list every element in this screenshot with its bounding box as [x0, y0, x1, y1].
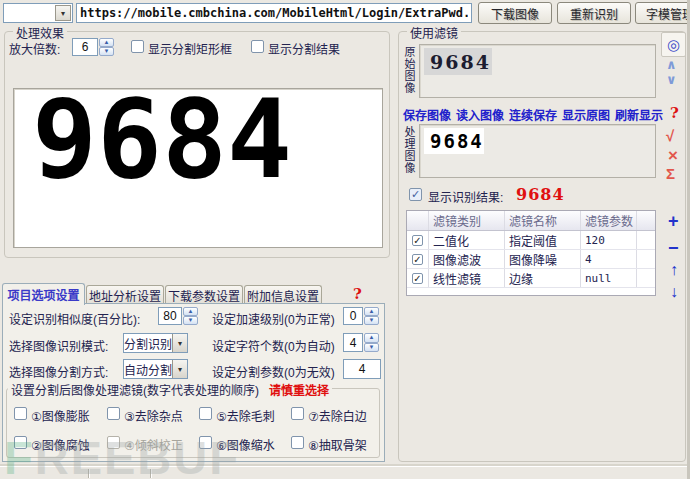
chevron-down-icon[interactable]: ▾: [172, 360, 187, 378]
processed-image-box: 9684: [419, 124, 656, 178]
show-original-link[interactable]: 显示原图: [562, 106, 610, 123]
split-param-input[interactable]: 4: [343, 359, 381, 379]
row-enabled-checkbox[interactable]: ✓: [412, 254, 423, 265]
spin-down-icon[interactable]: ▼: [364, 343, 379, 353]
magnification-label: 放大倍数:: [9, 40, 60, 57]
use-filter-group-title: 使用滤镜: [407, 24, 461, 41]
tab-address-analysis[interactable]: 地址分析设置: [86, 285, 164, 304]
remove-noise-checkbox[interactable]: [107, 407, 120, 420]
recognition-mode-value: 分割识别: [124, 334, 172, 352]
filter-table-row[interactable]: ✓ 线性滤镜 边缘 null: [407, 269, 655, 288]
status-bar: [0, 466, 690, 479]
captcha-preview-box: 9684: [13, 88, 383, 248]
split-param-label: 设定分割参数(0为无效): [212, 363, 335, 380]
show-split-result-checkbox[interactable]: [251, 40, 264, 53]
erode-checkbox[interactable]: [14, 436, 27, 449]
dilate-checkbox[interactable]: [14, 407, 27, 420]
filter-table: 滤镜类别 滤镜名称 滤镜参数 ✓ 二值化 指定阈值 120 ✓ 图像滤波 图像降…: [406, 210, 656, 296]
similarity-stepper[interactable]: ▲ ▼: [183, 307, 198, 325]
accel-label: 设定加速级别(0为正常): [212, 310, 335, 327]
tab-download-params[interactable]: 下载参数设置: [165, 285, 243, 304]
move-up-icon[interactable]: ↑: [670, 261, 678, 279]
spin-down-icon[interactable]: ▼: [183, 316, 198, 325]
cross-icon[interactable]: ×: [668, 146, 678, 166]
tilt-correct-checkbox: [107, 436, 120, 449]
col-filter-param[interactable]: 滤镜参数: [581, 211, 637, 230]
row-enabled-checkbox[interactable]: ✓: [412, 235, 423, 246]
spin-up-icon[interactable]: ▲: [99, 38, 114, 47]
filter-links-row: 保存图像 读入图像 连续保存 显示原图 刷新显示: [403, 106, 663, 123]
cell-param: null: [581, 269, 637, 287]
filter-table-row[interactable]: ✓ 二值化 指定阈值 120: [407, 231, 655, 250]
show-split-rect-label: 显示分割矩形框: [148, 40, 232, 57]
history-combobox[interactable]: ▾: [3, 3, 73, 23]
tab-extra-info[interactable]: 附加信息设置: [244, 285, 322, 304]
checkmark-icon: ✓: [413, 235, 421, 246]
spin-up-icon[interactable]: ▲: [183, 307, 198, 316]
col-filter-category[interactable]: 滤镜类别: [429, 211, 505, 230]
shrink-label: ⑥图像缩水: [216, 436, 275, 453]
target-icon[interactable]: ◎: [661, 32, 686, 57]
accel-stepper[interactable]: ▲ ▼: [364, 307, 379, 325]
remove-white-edge-checkbox[interactable]: [291, 407, 304, 420]
chevron-down-icon[interactable]: ▾: [55, 5, 71, 21]
load-image-link[interactable]: 读入图像: [456, 106, 504, 123]
spin-down-icon[interactable]: ▼: [364, 316, 379, 325]
char-count-input[interactable]: 4: [343, 333, 363, 352]
filter-table-header: 滤镜类别 滤镜名称 滤镜参数: [407, 211, 655, 231]
filter-table-row[interactable]: ✓ 图像滤波 图像降噪 4: [407, 250, 655, 269]
processing-effect-group-title: 处理效果: [13, 24, 67, 41]
move-down-icon[interactable]: ↓: [670, 283, 678, 301]
split-mode-value: 自动分割: [124, 360, 172, 378]
similarity-label: 设定识别相似度(百分比):: [9, 310, 140, 327]
save-image-link[interactable]: 保存图像: [403, 106, 451, 123]
help-icon[interactable]: ?: [670, 104, 679, 122]
cell-name: 指定阈值: [505, 231, 581, 249]
chevron-up-icon[interactable]: ∧: [666, 57, 677, 72]
chevron-down-icon[interactable]: ∨: [666, 72, 677, 87]
char-count-label: 设定字符个数(0为自动): [212, 337, 335, 354]
tab-project-options[interactable]: 项目选项设置: [2, 283, 85, 305]
processed-captcha-image: 9684: [424, 128, 484, 154]
similarity-input[interactable]: 80: [158, 307, 182, 325]
accel-input[interactable]: 0: [343, 307, 363, 325]
magnification-input[interactable]: 6: [72, 38, 98, 56]
original-image-box: 9684: [419, 44, 656, 98]
help-icon[interactable]: ?: [353, 285, 362, 303]
char-count-stepper[interactable]: ▲ ▼: [364, 333, 379, 352]
split-mode-select[interactable]: 自动分割 ▾: [123, 359, 188, 379]
skeleton-checkbox[interactable]: [291, 436, 304, 449]
recognition-mode-label: 选择图像识别模式:: [9, 337, 108, 354]
sigma-icon[interactable]: Σ: [666, 165, 675, 182]
recognition-mode-select[interactable]: 分割识别 ▾: [123, 333, 188, 353]
remove-filter-icon[interactable]: −: [668, 238, 679, 259]
spin-down-icon[interactable]: ▼: [99, 47, 114, 56]
recognition-result-value: 9684: [516, 185, 565, 204]
continuous-save-link[interactable]: 连续保存: [509, 106, 557, 123]
font-template-manage-button[interactable]: 字模管理: [635, 2, 690, 24]
refresh-display-link[interactable]: 刷新显示: [615, 106, 663, 123]
remove-burr-checkbox[interactable]: [199, 407, 212, 420]
skeleton-label: ⑧抽取骨架: [308, 436, 367, 453]
shrink-checkbox[interactable]: [199, 436, 212, 449]
checkmark-icon: ✓: [413, 254, 421, 265]
cell-category: 图像滤波: [429, 250, 505, 268]
split-mode-label: 选择图像分割方式:: [9, 363, 108, 380]
url-input[interactable]: [76, 3, 472, 23]
magnification-stepper[interactable]: ▲ ▼: [99, 38, 114, 56]
row-enabled-checkbox[interactable]: ✓: [412, 273, 423, 284]
chevron-down-icon[interactable]: ▾: [172, 334, 187, 352]
show-result-checkbox[interactable]: ✓: [409, 188, 422, 201]
rerecognize-button[interactable]: 重新识别: [557, 2, 631, 24]
tilt-correct-label: ④倾斜校正: [124, 436, 183, 453]
spin-up-icon[interactable]: ▲: [364, 307, 379, 316]
spin-up-icon[interactable]: ▲: [364, 333, 379, 343]
check-icon[interactable]: √: [666, 127, 674, 144]
add-filter-icon[interactable]: +: [668, 211, 679, 232]
cell-param: 120: [581, 231, 637, 249]
original-captcha-image: 9684: [424, 48, 492, 75]
show-split-rect-checkbox[interactable]: [131, 40, 144, 53]
col-filter-name[interactable]: 滤镜名称: [505, 211, 581, 230]
remove-burr-label: ⑤去除毛刺: [216, 407, 275, 424]
download-image-button[interactable]: 下载图像: [478, 2, 552, 24]
